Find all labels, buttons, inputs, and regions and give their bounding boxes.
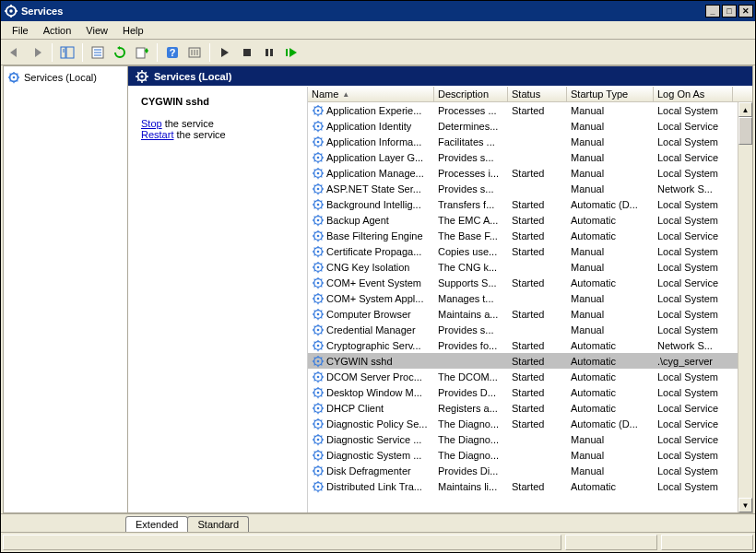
service-gear-icon (312, 261, 325, 274)
cell-startup-type: Manual (567, 434, 654, 445)
svg-line-134 (314, 239, 315, 240)
forward-button[interactable] (27, 42, 47, 63)
stop-service-button[interactable] (237, 42, 257, 63)
refresh-button[interactable] (110, 42, 130, 63)
col-header-startup-type[interactable]: Startup Type (567, 87, 654, 101)
service-row[interactable]: Backup AgentThe EMC A...StartedAutomatic… (308, 212, 752, 228)
svg-line-252 (321, 427, 322, 428)
service-row[interactable]: Certificate Propaga...Copies use...Start… (308, 243, 752, 259)
cell-startup-type: Manual (567, 309, 654, 320)
pause-service-button[interactable] (259, 42, 279, 63)
service-row[interactable]: Desktop Window M...Provides D...StartedA… (308, 384, 752, 400)
col-header-status[interactable]: Status (508, 87, 567, 101)
services-list-body[interactable]: Application Experie...Processes ...Start… (308, 102, 752, 512)
service-row[interactable]: Cryptographic Serv...Provides fo...Start… (308, 337, 752, 353)
svg-line-51 (314, 106, 315, 107)
svg-line-103 (321, 184, 322, 185)
tab-extended[interactable]: Extended (125, 516, 188, 532)
stop-service-link[interactable]: Stop (141, 118, 162, 129)
service-row[interactable]: Credential ManagerProvides s...ManualLoc… (308, 322, 752, 337)
cell-log-on-as: Local System (654, 387, 733, 398)
vertical-scrollbar[interactable]: ▲ ▼ (738, 102, 752, 512)
svg-rect-22 (266, 49, 268, 56)
service-row[interactable]: Disk DefragmenterProvides Di...ManualLoc… (308, 463, 752, 478)
cell-log-on-as: .\cyg_server (654, 356, 733, 367)
service-row[interactable]: Application Layer G...Provides s...Manua… (308, 149, 752, 165)
show-hide-tree-button[interactable] (57, 42, 77, 63)
service-row[interactable]: Distributed Link Tra...Maintains li...St… (308, 478, 752, 494)
svg-line-183 (321, 310, 322, 311)
svg-line-43 (145, 72, 147, 74)
service-row[interactable]: Application IdentityDetermines...ManualL… (308, 118, 752, 134)
cell-startup-type: Automatic (D... (567, 199, 654, 210)
cell-log-on-as: Local Service (654, 121, 733, 132)
cell-status: Started (508, 387, 567, 398)
svg-line-193 (321, 325, 322, 326)
cell-startup-type: Automatic (567, 356, 654, 367)
service-row[interactable]: Application Manage...Processes i...Start… (308, 165, 752, 181)
cell-description: The Diagno... (434, 418, 508, 429)
svg-line-284 (314, 474, 315, 475)
service-row[interactable]: Base Filtering EngineThe Base F...Starte… (308, 228, 752, 243)
service-row[interactable]: Diagnostic Service ...The Diagno...Manua… (308, 431, 752, 447)
tab-standard[interactable]: Standard (187, 516, 249, 532)
cell-description: Supports S... (434, 277, 508, 288)
minimize-button[interactable]: _ (705, 5, 720, 18)
scroll-up-button[interactable]: ▲ (738, 102, 752, 117)
properties-button[interactable] (88, 42, 108, 63)
tree-root-services-local[interactable]: Services (Local) (6, 70, 125, 85)
service-row[interactable]: COM+ System Appl...Manages t...ManualLoc… (308, 290, 752, 306)
svg-line-244 (314, 411, 315, 412)
scroll-down-button[interactable]: ▼ (738, 498, 752, 512)
cell-description: Copies use... (434, 246, 508, 257)
cell-description: The DCOM... (434, 371, 508, 382)
svg-point-216 (317, 375, 320, 378)
toolbar: ? (1, 40, 755, 65)
service-row[interactable]: COM+ Event SystemSupports S...StartedAut… (308, 275, 752, 290)
start-service-button[interactable] (215, 42, 235, 63)
service-row[interactable]: Diagnostic System ...The Diagno...Manual… (308, 447, 752, 463)
menu-action[interactable]: Action (36, 23, 79, 38)
svg-point-146 (317, 265, 320, 268)
cell-description: Facilitates ... (434, 136, 508, 147)
service-gear-icon (312, 182, 325, 195)
close-button[interactable]: ✕ (738, 5, 753, 18)
service-row[interactable]: DCOM Server Proc...The DCOM...StartedAut… (308, 369, 752, 384)
service-row[interactable]: CYGWIN sshdStartedAutomatic.\cyg_server (308, 353, 752, 369)
menu-view[interactable]: View (78, 23, 115, 38)
service-gear-icon (312, 135, 325, 148)
service-row[interactable]: ASP.NET State Ser...Provides s...ManualN… (308, 181, 752, 196)
back-button[interactable] (5, 42, 25, 63)
svg-line-164 (314, 286, 315, 287)
scroll-thumb[interactable] (738, 117, 752, 145)
help-button[interactable]: ? (162, 42, 183, 63)
restart-service-button[interactable] (281, 42, 301, 63)
svg-text:?: ? (170, 47, 176, 58)
menu-help[interactable]: Help (115, 23, 151, 38)
service-row[interactable]: Background Intellig...Transfers f...Star… (308, 196, 752, 212)
service-row[interactable]: Application Experie...Processes ...Start… (308, 102, 752, 118)
col-header-log-on-as[interactable]: Log On As (654, 87, 733, 101)
col-header-description[interactable]: Description (434, 87, 508, 101)
svg-point-246 (317, 422, 320, 425)
toolbar-extra-button[interactable] (184, 42, 205, 63)
service-gear-icon (312, 465, 325, 477)
menu-file[interactable]: File (5, 23, 36, 38)
cell-status: Started (508, 230, 567, 241)
cell-description: Provides s... (434, 152, 508, 163)
svg-line-161 (314, 278, 315, 279)
service-row[interactable]: DHCP ClientRegisters a...StartedAutomati… (308, 400, 752, 416)
col-header-name[interactable]: Name▲ (308, 87, 434, 101)
restart-service-link[interactable]: Restart (141, 129, 173, 140)
cell-name: Background Intellig... (308, 198, 434, 211)
service-row[interactable]: Computer BrowserMaintains a...StartedMan… (308, 306, 752, 322)
export-list-button[interactable] (132, 42, 152, 63)
service-row[interactable]: CNG Key IsolationThe CNG k...ManualLocal… (308, 259, 752, 275)
service-row[interactable]: Diagnostic Policy Se...The Diagno...Star… (308, 416, 752, 431)
cell-startup-type: Automatic (567, 387, 654, 398)
maximize-button[interactable]: □ (722, 5, 737, 18)
svg-point-26 (13, 76, 16, 79)
svg-line-111 (314, 200, 315, 201)
service-row[interactable]: Application Informa...Facilitates ...Man… (308, 134, 752, 149)
cell-description: Processes ... (434, 105, 508, 116)
